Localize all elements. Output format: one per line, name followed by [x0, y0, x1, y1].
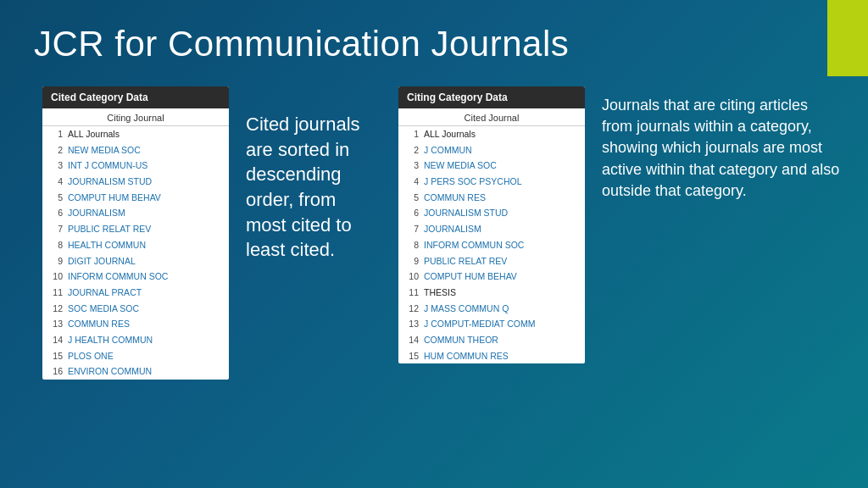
citing-category-panel: Citing Category Data Cited Journal 1ALL …	[398, 86, 585, 363]
row-number: 15	[47, 350, 63, 363]
row-number: 14	[47, 334, 63, 347]
row-label: COMPUT HUM BEHAV	[68, 191, 161, 204]
row-number: 6	[403, 207, 419, 219]
row-number: 1	[47, 128, 63, 141]
cited-panel-header: Cited Category Data	[42, 86, 229, 108]
list-item: 4JOURNALISM STUD	[42, 174, 229, 190]
list-item: 6JOURNALISM STUD	[398, 205, 585, 221]
row-number: 1	[403, 128, 419, 141]
list-item: 3INT J COMMUN-US	[42, 158, 229, 174]
list-item: 10INFORM COMMUN SOC	[42, 269, 229, 285]
list-item: 7JOURNALISM	[398, 221, 585, 237]
list-item: 13J COMPUT-MEDIAT COMM	[398, 316, 585, 332]
row-label: J PERS SOC PSYCHOL	[424, 175, 522, 188]
row-number: 7	[403, 223, 419, 236]
row-label: ENVIRON COMMUN	[68, 365, 152, 378]
row-label: SOC MEDIA SOC	[68, 302, 139, 315]
row-label: J COMMUN	[424, 144, 472, 157]
row-label: PUBLIC RELAT REV	[424, 255, 507, 268]
row-label: INT J COMMUN-US	[68, 159, 147, 172]
row-label: HEALTH COMMUN	[68, 239, 146, 252]
list-item: 12J MASS COMMUN Q	[398, 301, 585, 317]
list-item: 11JOURNAL PRACT	[42, 285, 229, 301]
row-label: THESIS	[424, 286, 456, 299]
list-item: 14COMMUN THEOR	[398, 332, 585, 348]
row-number: 14	[403, 334, 419, 347]
list-item: 16ENVIRON COMMUN	[42, 363, 229, 380]
row-label: JOURNAL PRACT	[68, 286, 142, 299]
list-item: 15HUM COMMUN RES	[398, 348, 585, 364]
row-number: 3	[47, 159, 63, 172]
row-label: COMMUN THEOR	[424, 334, 498, 347]
list-item: 4J PERS SOC PSYCHOL	[398, 174, 585, 190]
list-item: 1ALL Journals	[42, 126, 229, 142]
row-label: J COMPUT-MEDIAT COMM	[424, 318, 535, 330]
list-item: 2J COMMUN	[398, 142, 585, 158]
list-item: 14J HEALTH COMMUN	[42, 332, 229, 348]
row-number: 13	[403, 318, 419, 330]
row-label: INFORM COMMUN SOC	[424, 239, 524, 252]
row-number: 11	[47, 286, 63, 299]
row-number: 8	[403, 239, 419, 252]
content-area: Cited Category Data Citing Journal 1ALL …	[0, 78, 868, 388]
row-label: HUM COMMUN RES	[424, 350, 509, 363]
row-number: 8	[47, 239, 63, 252]
list-item: 8INFORM COMMUN SOC	[398, 237, 585, 253]
row-number: 7	[47, 223, 63, 236]
row-number: 3	[403, 159, 419, 172]
list-item: 2NEW MEDIA SOC	[42, 142, 229, 158]
list-item: 5COMPUT HUM BEHAV	[42, 190, 229, 206]
middle-description: Cited journals are sorted in descending …	[246, 86, 381, 263]
row-number: 13	[47, 318, 63, 330]
row-label: DIGIT JOURNAL	[68, 255, 136, 268]
row-label: ALL Journals	[424, 128, 476, 141]
row-label: JOURNALISM STUD	[424, 207, 508, 219]
row-label: PUBLIC RELAT REV	[68, 223, 151, 236]
row-label: JOURNALISM STUD	[68, 175, 152, 188]
list-item: 1ALL Journals	[398, 126, 585, 142]
row-label: NEW MEDIA SOC	[68, 144, 141, 157]
list-item: 3NEW MEDIA SOC	[398, 158, 585, 174]
row-number: 6	[47, 207, 63, 219]
list-item: 5COMMUN RES	[398, 190, 585, 206]
row-label: JOURNALISM	[424, 223, 481, 236]
row-number: 5	[47, 191, 63, 204]
row-number: 15	[403, 350, 419, 363]
list-item: 9DIGIT JOURNAL	[42, 253, 229, 269]
row-number: 2	[47, 144, 63, 157]
row-label: COMPUT HUM BEHAV	[424, 270, 517, 283]
row-label: NEW MEDIA SOC	[424, 159, 497, 172]
row-label: COMMUN RES	[424, 191, 486, 204]
row-number: 4	[47, 175, 63, 188]
list-item: 8HEALTH COMMUN	[42, 237, 229, 253]
row-number: 9	[47, 255, 63, 268]
row-number: 12	[47, 302, 63, 315]
cited-panel-rows: 1ALL Journals2NEW MEDIA SOC3INT J COMMUN…	[42, 126, 229, 380]
row-label: INFORM COMMUN SOC	[68, 270, 168, 283]
row-label: JOURNALISM	[68, 207, 125, 219]
green-accent-decoration	[827, 0, 868, 76]
title-area: JCR for Communication Journals	[0, 0, 868, 78]
row-number: 11	[403, 286, 419, 299]
list-item: 7PUBLIC RELAT REV	[42, 221, 229, 237]
cited-category-panel: Cited Category Data Citing Journal 1ALL …	[42, 86, 229, 380]
page-title: JCR for Communication Journals	[34, 24, 834, 64]
row-number: 9	[403, 255, 419, 268]
row-label: J HEALTH COMMUN	[68, 334, 153, 347]
row-label: COMMUN RES	[68, 318, 130, 330]
row-label: J MASS COMMUN Q	[424, 302, 509, 315]
row-label: PLOS ONE	[68, 350, 114, 363]
citing-panel-header: Citing Category Data	[398, 86, 585, 108]
citing-panel-rows: 1ALL Journals2J COMMUN3NEW MEDIA SOC4J P…	[398, 126, 585, 363]
list-item: 11THESIS	[398, 285, 585, 301]
list-item: 12SOC MEDIA SOC	[42, 301, 229, 317]
row-number: 5	[403, 191, 419, 204]
row-number: 16	[47, 365, 63, 378]
list-item: 10COMPUT HUM BEHAV	[398, 269, 585, 285]
row-number: 10	[403, 270, 419, 283]
list-item: 6JOURNALISM	[42, 205, 229, 221]
row-number: 12	[403, 302, 419, 315]
list-item: 9PUBLIC RELAT REV	[398, 253, 585, 269]
citing-column-header: Cited Journal	[398, 108, 585, 126]
list-item: 13COMMUN RES	[42, 316, 229, 332]
